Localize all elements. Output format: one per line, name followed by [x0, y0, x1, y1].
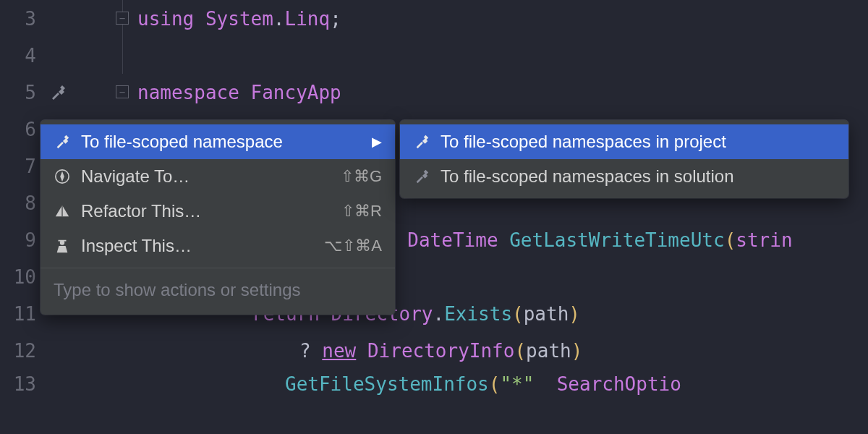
menu-item-refactor-this[interactable]: Refactor This… ⇧⌘R: [41, 194, 395, 229]
type-ref: SearchOptio: [557, 373, 681, 395]
code-line-12: ? new DirectoryInfo(path): [72, 332, 868, 369]
method-call: GetFileSystemInfos: [285, 373, 489, 395]
string-literal: "*": [500, 373, 534, 395]
pyramid-icon: [54, 203, 71, 220]
menu-item-navigate-to[interactable]: Navigate To… ⇧⌘G: [41, 159, 395, 194]
menu-shortcut: ⌥⇧⌘A: [324, 237, 382, 255]
line-number: 10: [0, 258, 43, 295]
line-number: 12: [0, 332, 43, 369]
menu-item-label: To file-scoped namespaces in solution: [441, 166, 835, 187]
menu-item-label: To file-scoped namespaces in project: [441, 132, 835, 152]
keyword-using: using: [137, 8, 194, 30]
namespace-name: FancyApp: [251, 82, 341, 103]
line-number: 6: [0, 111, 43, 148]
menu-shortcut: ⇧⌘R: [341, 202, 382, 221]
submenu-item-solution[interactable]: To file-scoped namespaces in solution: [400, 159, 848, 194]
hammer-icon: [413, 133, 430, 150]
method-name: GetLastWriteTimeUtc: [509, 229, 724, 251]
line-number: 5: [0, 74, 43, 111]
identifier: path: [526, 340, 571, 362]
code-editor: 3 4 5 6 7 8 9 10 11 12 13 − − using Syst…: [0, 0, 868, 434]
line-number: 4: [0, 37, 43, 74]
menu-item-label: Navigate To…: [81, 166, 313, 187]
code-line-4: [72, 37, 868, 74]
hammer-icon: [413, 168, 430, 185]
line-number: 13: [0, 369, 43, 398]
compass-icon: [54, 168, 71, 185]
code-line-5: namespace FancyApp: [72, 74, 868, 111]
hammer-icon[interactable]: [43, 74, 72, 111]
namespace-ref: System: [205, 8, 273, 30]
line-number: 7: [0, 148, 43, 184]
context-submenu: To file-scoped namespaces in project To …: [400, 120, 848, 198]
context-menu: To file-scoped namespace ▶ Navigate To… …: [41, 120, 395, 315]
inspector-icon: [54, 237, 71, 255]
menu-shortcut: ⇧⌘G: [341, 167, 382, 186]
line-number-gutter: 3 4 5 6 7 8 9 10 11 12 13: [0, 0, 43, 434]
code-line-3: using System.Linq;: [72, 0, 868, 37]
svg-rect-2: [59, 240, 67, 242]
method-call: Exists: [444, 303, 512, 325]
identifier: path: [524, 303, 569, 325]
menu-item-to-file-scoped-namespace[interactable]: To file-scoped namespace ▶: [41, 124, 395, 159]
menu-item-label: To file-scoped namespace: [81, 132, 349, 152]
namespace-ref: Linq: [285, 8, 331, 30]
code-line-13: GetFileSystemInfos("*" SearchOptio: [72, 369, 868, 398]
menu-item-label: Inspect This…: [81, 236, 297, 256]
submenu-item-project[interactable]: To file-scoped namespaces in project: [400, 124, 848, 159]
line-number: 8: [0, 184, 43, 221]
menu-item-label: Refactor This…: [81, 201, 314, 221]
line-number: 11: [0, 295, 43, 332]
menu-search-hint: Type to show actions or settings: [41, 268, 395, 310]
keyword-namespace: namespace: [137, 82, 239, 103]
line-number: 3: [0, 0, 43, 37]
type-ref: DirectoryInfo: [367, 340, 515, 362]
line-number: 9: [0, 221, 43, 258]
type-ref: DateTime: [407, 229, 498, 251]
menu-item-inspect-this[interactable]: Inspect This… ⌥⇧⌘A: [41, 229, 395, 263]
keyword-new: new: [322, 340, 356, 362]
hammer-icon: [54, 133, 71, 150]
submenu-arrow-icon: ▶: [372, 134, 382, 150]
param-type: strin: [736, 229, 792, 251]
